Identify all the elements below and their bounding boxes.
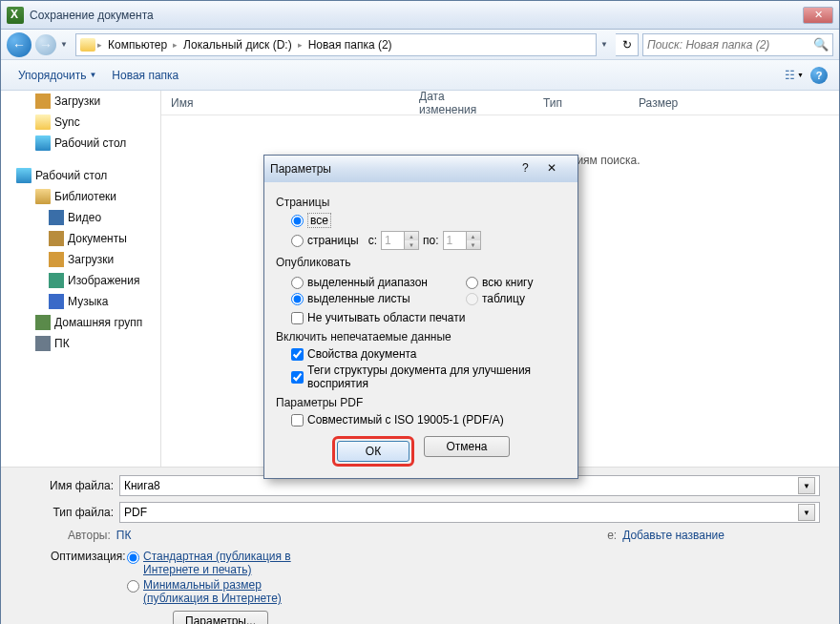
titlebar: Сохранение документа ✕ — [1, 1, 839, 30]
tags-label: е: — [607, 529, 617, 542]
tree-images[interactable]: Изображения — [1, 270, 160, 291]
new-folder-button[interactable]: Новая папка — [104, 65, 186, 86]
opt-minimal-radio[interactable]: Минимальный размер (публикация в Интерне… — [127, 578, 305, 605]
folder-icon — [80, 38, 95, 52]
col-size[interactable]: Размер — [639, 96, 735, 110]
pdf-params-group-label: Параметры PDF — [276, 396, 566, 409]
tree-desktop-root[interactable]: Рабочий стол — [1, 165, 160, 186]
excel-icon — [7, 7, 24, 24]
filename-label: Имя файла: — [20, 479, 119, 492]
optimization-label: Оптимизация: — [51, 550, 127, 605]
from-label: с: — [368, 234, 377, 247]
col-name[interactable]: Имя — [171, 96, 419, 110]
folder-tree[interactable]: Загрузки Sync Рабочий стол Рабочий стол … — [1, 91, 161, 467]
tree-down2[interactable]: Загрузки — [1, 249, 160, 270]
col-type[interactable]: Тип — [543, 96, 639, 110]
window-title: Сохранение документа — [30, 9, 154, 22]
tree-sync[interactable]: Sync — [1, 112, 160, 133]
back-button[interactable]: ← — [7, 32, 32, 57]
toolbar: Упорядочить▼ Новая папка ☷▼ ? — [1, 60, 839, 91]
breadcrumb-dropdown[interactable]: ▼ — [600, 40, 612, 49]
publish-sheets-radio[interactable]: выделенные листы — [291, 292, 428, 305]
search-input[interactable] — [647, 38, 813, 52]
organize-menu[interactable]: Упорядочить▼ — [10, 65, 104, 86]
modal-title: Параметры — [270, 162, 331, 176]
publish-selection-radio[interactable]: выделенный диапазон — [291, 276, 428, 289]
page-to-spinner[interactable]: 1▲▼ — [443, 231, 481, 250]
pages-range-radio[interactable]: страницы — [291, 234, 359, 247]
help-button[interactable]: ? — [808, 65, 830, 86]
authors-value[interactable]: ПК — [116, 529, 132, 542]
navbar: ← → ▼ ▸ Компьютер ▸ Локальный диск (D:) … — [1, 30, 839, 60]
structure-tags-check[interactable]: Теги структуры документа для улучшения в… — [291, 364, 566, 390]
bc-computer[interactable]: Компьютер — [104, 38, 171, 52]
tree-homegroup[interactable]: Домашняя групп — [1, 312, 160, 333]
history-dropdown[interactable]: ▼ — [60, 40, 72, 49]
opt-standard-radio[interactable]: Стандартная (публикация в Интернете и пе… — [127, 550, 305, 576]
column-headers[interactable]: Имя Дата изменения Тип Размер — [161, 91, 839, 115]
filetype-combo[interactable]: PDF▼ — [119, 502, 820, 523]
search-box[interactable]: 🔍 — [642, 33, 833, 56]
ok-highlight: ОК — [332, 436, 414, 467]
tree-desktop[interactable]: Рабочий стол — [1, 133, 160, 154]
breadcrumb[interactable]: ▸ Компьютер ▸ Локальный диск (D:) ▸ Нова… — [75, 33, 597, 56]
search-icon[interactable]: 🔍 — [813, 37, 829, 52]
forward-button[interactable]: → — [35, 34, 56, 55]
modal-cancel-button[interactable]: Отмена — [424, 436, 510, 457]
authors-label: Авторы: — [68, 529, 111, 542]
form-section: Имя файла: Книга8▼ Тип файла: PDF▼ Автор… — [1, 467, 839, 624]
tree-docs[interactable]: Документы — [1, 228, 160, 249]
tags-value[interactable]: Добавьте название — [622, 529, 724, 542]
tree-pc[interactable]: ПК — [1, 333, 160, 354]
tree-music[interactable]: Музыка — [1, 291, 160, 312]
nonprint-group-label: Включить непечатаемые данные — [276, 330, 566, 343]
pages-group-label: Страницы — [276, 196, 566, 209]
pages-all-radio[interactable]: все — [291, 213, 566, 228]
modal-titlebar: Параметры ? ✕ — [264, 156, 578, 182]
filetype-label: Тип файла: — [20, 506, 119, 519]
publish-workbook-radio[interactable]: всю книгу — [466, 276, 534, 289]
col-date[interactable]: Дата изменения — [419, 90, 543, 116]
tree-video[interactable]: Видео — [1, 207, 160, 228]
modal-help-button[interactable]: ? — [522, 161, 547, 177]
close-button[interactable]: ✕ — [803, 7, 833, 24]
tree-libraries[interactable]: Библиотеки — [1, 186, 160, 207]
ignore-print-areas-check[interactable]: Не учитывать области печати — [291, 311, 566, 324]
bc-drive[interactable]: Локальный диск (D:) — [179, 38, 296, 52]
doc-properties-check[interactable]: Свойства документа — [291, 347, 566, 361]
params-button[interactable]: Параметры... — [173, 611, 268, 624]
tree-downloads[interactable]: Загрузки — [1, 91, 160, 112]
options-dialog: Параметры ? ✕ Страницы все страницы с: 1… — [263, 155, 578, 479]
modal-close-button[interactable]: ✕ — [547, 161, 572, 177]
to-label: по: — [423, 234, 439, 247]
view-menu[interactable]: ☷▼ — [784, 65, 805, 86]
publish-group-label: Опубликовать — [276, 256, 566, 269]
page-from-spinner[interactable]: 1▲▼ — [381, 231, 419, 250]
iso-check[interactable]: Совместимый с ISO 19005-1 (PDF/A) — [291, 413, 566, 426]
publish-table-radio: таблицу — [466, 292, 534, 305]
ok-button[interactable]: ОК — [337, 441, 410, 462]
refresh-button[interactable]: ↻ — [616, 33, 639, 56]
bc-folder[interactable]: Новая папка (2) — [304, 38, 396, 52]
